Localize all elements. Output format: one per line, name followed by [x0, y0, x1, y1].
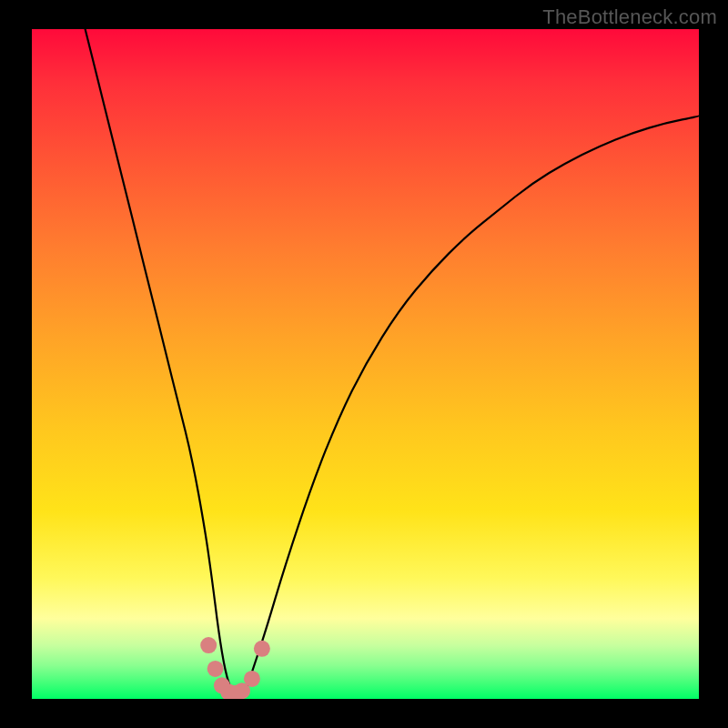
chart-frame: TheBottleneck.com: [0, 0, 728, 728]
bottleneck-curve: [86, 29, 699, 694]
valley-marker: [200, 637, 217, 653]
valley-marker: [207, 661, 224, 677]
curve-svg: [32, 29, 699, 699]
watermark-text: TheBottleneck.com: [542, 5, 717, 29]
valley-marker: [254, 641, 270, 657]
plot-area: [32, 29, 699, 699]
valley-marker: [244, 671, 260, 687]
valley-markers: [200, 637, 270, 699]
